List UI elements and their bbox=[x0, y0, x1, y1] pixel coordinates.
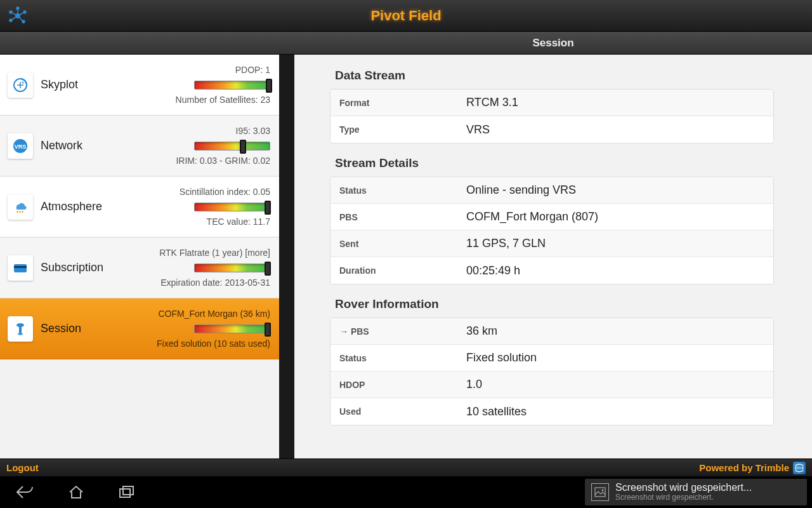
sidebar-item-bottomline: TEC value: 11.7 bbox=[41, 217, 270, 227]
row-value: 1.0 bbox=[457, 371, 773, 398]
back-button[interactable] bbox=[0, 476, 51, 508]
row-key: Used bbox=[331, 400, 457, 423]
sidebar-item-label: Skyplot bbox=[41, 78, 78, 91]
row-value: VRS bbox=[457, 117, 773, 143]
sidebar-item-subscription[interactable]: RTK Flatrate (1 year) [more] Subscriptio… bbox=[0, 237, 279, 298]
content-gutter bbox=[279, 55, 294, 458]
content-area[interactable]: Data Stream Format RTCM 3.1 Type VRS Str… bbox=[294, 55, 812, 458]
network-icon: VRS bbox=[8, 133, 33, 159]
screenshot-toast[interactable]: Screenshot wird gespeichert... Screensho… bbox=[585, 479, 807, 505]
image-icon bbox=[591, 483, 609, 501]
table-row: Type VRS bbox=[331, 116, 773, 143]
svg-rect-14 bbox=[14, 264, 27, 272]
row-key: PBS bbox=[331, 206, 457, 229]
recents-button[interactable] bbox=[102, 476, 152, 508]
quality-bar bbox=[194, 203, 270, 211]
section-header: Session bbox=[0, 32, 812, 55]
quality-bar bbox=[194, 81, 270, 90]
row-value: 36 km bbox=[457, 318, 773, 344]
toast-subtitle: Screenshot wird gespeichert. bbox=[615, 493, 752, 502]
row-value: Fixed solution bbox=[457, 345, 773, 371]
atmosphere-icon bbox=[8, 194, 33, 220]
table-row: Status Online - sending VRS bbox=[331, 177, 773, 204]
row-key: Status bbox=[331, 347, 457, 370]
skyplot-icon bbox=[8, 72, 33, 98]
sidebar-item-label: Session bbox=[41, 322, 81, 335]
section-title-data-stream: Data Stream bbox=[335, 69, 774, 83]
section-header-label: Session bbox=[294, 37, 812, 50]
quality-bar bbox=[194, 264, 270, 272]
main-row: PDOP: 1 Skyplot Number of Satellites: 23… bbox=[0, 55, 812, 458]
row-key: HDOP bbox=[331, 373, 457, 396]
toast-title: Screenshot wird gespeichert... bbox=[615, 482, 752, 493]
row-value: COFM_Fort Morgan (807) bbox=[457, 204, 773, 230]
table-rover-info: → PBS 36 km Status Fixed solution HDOP 1… bbox=[330, 318, 774, 425]
sidebar-item-label: Network bbox=[41, 139, 82, 152]
session-icon bbox=[8, 316, 33, 342]
table-row: Sent 11 GPS, 7 GLN bbox=[331, 231, 773, 257]
svg-rect-20 bbox=[120, 489, 130, 497]
svg-rect-21 bbox=[123, 486, 133, 495]
row-value: 00:25:49 h bbox=[457, 258, 773, 284]
sidebar-fill bbox=[0, 359, 279, 458]
sidebar-item-bottomline: Expiration date: 2013-05-31 bbox=[41, 277, 270, 288]
sidebar-item-topline: I95: 3.03 bbox=[41, 126, 270, 136]
table-row: Status Fixed solution bbox=[331, 345, 773, 371]
sidebar-item-bottomline: Fixed solution (10 sats used) bbox=[41, 338, 270, 349]
row-value: Online - sending VRS bbox=[457, 177, 773, 203]
sidebar-item-label: Subscription bbox=[41, 261, 103, 274]
table-row: → PBS 36 km bbox=[331, 318, 773, 345]
powered-by-label: Powered by Trimble bbox=[699, 462, 789, 473]
svg-point-23 bbox=[602, 490, 604, 491]
table-row: Used 10 satellites bbox=[331, 398, 773, 425]
sidebar-item-bottomline: Number of Satellites: 23 bbox=[41, 95, 270, 105]
table-row: HDOP 1.0 bbox=[331, 371, 773, 398]
sidebar-item-label: Atmosphere bbox=[41, 200, 102, 213]
svg-point-18 bbox=[18, 333, 23, 335]
section-title-stream-details: Stream Details bbox=[335, 156, 774, 170]
table-row: Format RTCM 3.1 bbox=[331, 90, 773, 116]
sidebar-item-bottomline: IRIM: 0.03 - GRIM: 0.02 bbox=[41, 156, 270, 166]
sidebar-item-topline: RTK Flatrate (1 year) [more] bbox=[41, 248, 270, 258]
quality-bar bbox=[194, 142, 270, 150]
table-stream-details: Status Online - sending VRS PBS COFM_For… bbox=[330, 177, 774, 284]
section-title-rover-info: Rover Information bbox=[335, 297, 774, 311]
table-data-stream: Format RTCM 3.1 Type VRS bbox=[330, 89, 774, 144]
row-value: 11 GPS, 7 GLN bbox=[457, 231, 773, 257]
sidebar-item-session[interactable]: COFM_Fort Morgan (36 km) Session Fixed s… bbox=[0, 298, 279, 359]
powered-by[interactable]: Powered by Trimble bbox=[699, 462, 806, 474]
row-value: 10 satellites bbox=[457, 399, 773, 425]
subscription-icon bbox=[8, 255, 33, 281]
sidebar-item-skyplot[interactable]: PDOP: 1 Skyplot Number of Satellites: 23 bbox=[0, 55, 279, 116]
row-key: Duration bbox=[331, 259, 457, 282]
android-nav-bar: Screenshot wird gespeichert... Screensho… bbox=[0, 476, 812, 508]
table-row: Duration 00:25:49 h bbox=[331, 257, 773, 284]
home-button[interactable] bbox=[51, 476, 102, 508]
trimble-globe-icon bbox=[793, 462, 806, 474]
sidebar-item-topline: COFM_Fort Morgan (36 km) bbox=[41, 309, 270, 319]
svg-rect-15 bbox=[14, 266, 27, 268]
svg-text:VRS: VRS bbox=[15, 144, 27, 150]
sidebar-item-network[interactable]: VRS I95: 3.03 Network IRIM: 0.03 - GRIM:… bbox=[0, 116, 279, 177]
row-key: Sent bbox=[331, 232, 457, 255]
quality-bar bbox=[194, 324, 270, 333]
row-key: Status bbox=[331, 179, 457, 202]
sidebar-item-topline: PDOP: 1 bbox=[41, 65, 270, 75]
app-root: Pivot Field Session PDOP: 1 Skyplot Numb… bbox=[0, 0, 812, 508]
logout-button[interactable]: Logout bbox=[6, 462, 39, 473]
footer-bar: Logout Powered by Trimble bbox=[0, 458, 812, 476]
row-key: Type bbox=[331, 118, 457, 141]
top-header: Pivot Field bbox=[0, 0, 812, 32]
table-row: PBS COFM_Fort Morgan (807) bbox=[331, 204, 773, 231]
sidebar: PDOP: 1 Skyplot Number of Satellites: 23… bbox=[0, 55, 279, 458]
row-key: Format bbox=[331, 91, 457, 114]
sidebar-item-atmosphere[interactable]: Scintillation index: 0.05 Atmosphere TEC… bbox=[0, 177, 279, 237]
row-value: RTCM 3.1 bbox=[457, 90, 773, 116]
svg-rect-22 bbox=[595, 488, 605, 497]
sidebar-item-topline: Scintillation index: 0.05 bbox=[41, 187, 270, 197]
page-title: Pivot Field bbox=[8, 8, 804, 24]
row-key: → PBS bbox=[331, 320, 457, 343]
